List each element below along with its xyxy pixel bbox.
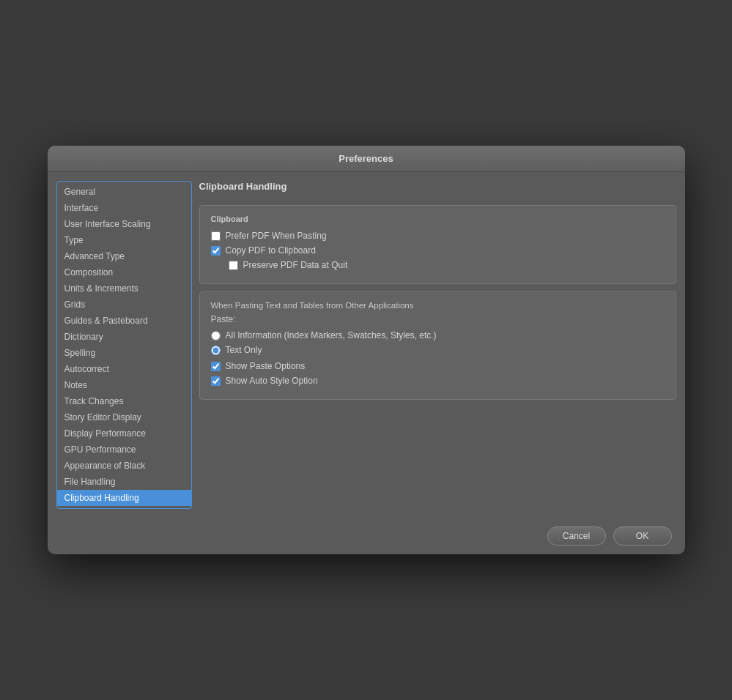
prefer-pdf-checkbox[interactable] <box>211 231 221 241</box>
sidebar-item-units-increments[interactable]: Units & Increments <box>57 280 191 297</box>
sidebar-item-grids[interactable]: Grids <box>57 297 191 313</box>
preserve-pdf-checkbox[interactable] <box>229 261 238 270</box>
dialog-body: General Interface User Interface Scaling… <box>48 172 685 518</box>
sidebar-item-dictionary[interactable]: Dictionary <box>57 329 191 345</box>
prefer-pdf-label: Prefer PDF When Pasting <box>226 231 327 241</box>
show-auto-style-checkbox[interactable] <box>211 376 221 386</box>
all-info-label: All Information (Index Markers, Swatches… <box>226 330 437 340</box>
sidebar-item-gpu-performance[interactable]: GPU Performance <box>57 442 191 458</box>
dialog-title: Preferences <box>339 153 393 164</box>
clipboard-panel-label: Clipboard <box>211 215 665 223</box>
show-paste-options-row: Show Paste Options <box>211 361 665 371</box>
paste-panel: When Pasting Text and Tables from Other … <box>199 291 676 400</box>
show-auto-style-row: Show Auto Style Option <box>211 376 665 386</box>
preserve-pdf-label: Preserve PDF Data at Quit <box>243 260 348 270</box>
sidebar-item-composition[interactable]: Composition <box>57 264 191 280</box>
sidebar-item-notes[interactable]: Notes <box>57 377 191 393</box>
sidebar-item-advanced-type[interactable]: Advanced Type <box>57 248 191 264</box>
section-title: Clipboard Handling <box>199 181 676 192</box>
ok-button[interactable]: OK <box>613 526 672 546</box>
text-only-radio[interactable] <box>211 346 221 355</box>
clipboard-panel: Clipboard Prefer PDF When Pasting Copy P… <box>199 205 676 284</box>
sidebar: General Interface User Interface Scaling… <box>56 181 192 509</box>
title-bar: Preferences <box>48 146 685 172</box>
sidebar-item-appearance-of-black[interactable]: Appearance of Black <box>57 458 191 474</box>
paste-label: Paste: <box>211 314 665 324</box>
copy-pdf-row: Copy PDF to Clipboard <box>211 245 665 256</box>
cancel-button[interactable]: Cancel <box>547 526 606 546</box>
sidebar-item-clipboard-handling[interactable]: Clipboard Handling <box>57 490 191 506</box>
sidebar-item-general[interactable]: General <box>57 184 191 200</box>
sidebar-item-display-performance[interactable]: Display Performance <box>57 425 191 442</box>
sidebar-item-guides-pasteboard[interactable]: Guides & Pasteboard <box>57 313 191 329</box>
copy-pdf-checkbox[interactable] <box>211 246 221 256</box>
dialog-footer: Cancel OK <box>48 518 685 554</box>
sidebar-item-autocorrect[interactable]: Autocorrect <box>57 361 191 377</box>
sidebar-item-user-interface-scaling[interactable]: User Interface Scaling <box>57 216 191 232</box>
show-paste-options-checkbox[interactable] <box>211 362 221 371</box>
preserve-pdf-row: Preserve PDF Data at Quit <box>229 260 665 270</box>
preferences-dialog: Preferences General Interface User Inter… <box>48 146 685 554</box>
text-only-label: Text Only <box>226 345 262 355</box>
sidebar-item-interface[interactable]: Interface <box>57 200 191 216</box>
paste-panel-label: When Pasting Text and Tables from Other … <box>211 301 665 310</box>
show-paste-options-label: Show Paste Options <box>226 361 306 371</box>
prefer-pdf-row: Prefer PDF When Pasting <box>211 231 665 241</box>
sidebar-item-type[interactable]: Type <box>57 232 191 248</box>
copy-pdf-label: Copy PDF to Clipboard <box>226 245 316 256</box>
sidebar-item-story-editor-display[interactable]: Story Editor Display <box>57 409 191 425</box>
main-content: Clipboard Handling Clipboard Prefer PDF … <box>199 181 676 509</box>
all-info-row: All Information (Index Markers, Swatches… <box>211 330 665 340</box>
text-only-row: Text Only <box>211 345 665 355</box>
sidebar-item-file-handling[interactable]: File Handling <box>57 474 191 490</box>
show-auto-style-label: Show Auto Style Option <box>226 376 318 386</box>
sidebar-item-spelling[interactable]: Spelling <box>57 345 191 361</box>
all-info-radio[interactable] <box>211 331 221 340</box>
sidebar-item-track-changes[interactable]: Track Changes <box>57 393 191 409</box>
